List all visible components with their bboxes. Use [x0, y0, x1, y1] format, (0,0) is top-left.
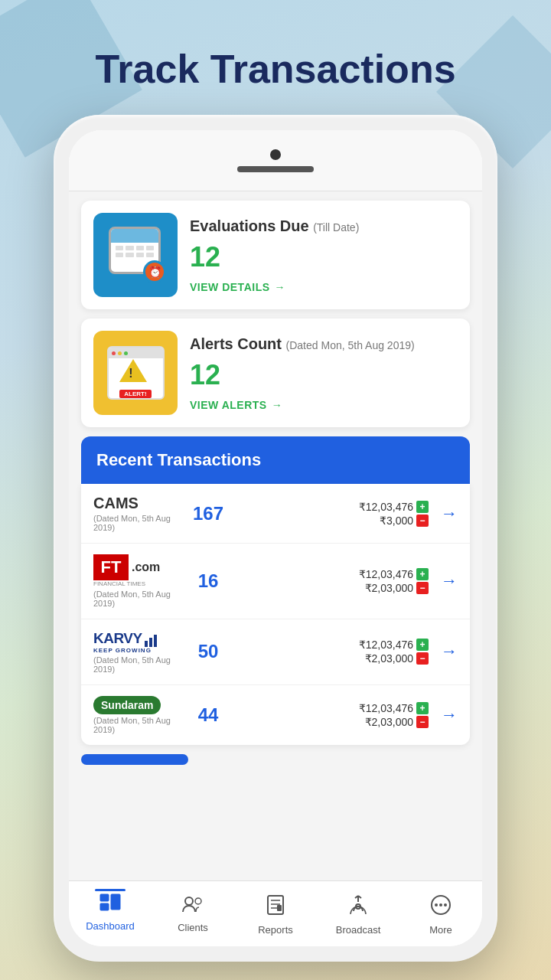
- nav-label-dashboard: Dashboard: [86, 920, 135, 932]
- speaker-bar: [237, 166, 314, 172]
- evaluations-link[interactable]: VIEW DETAILS →: [190, 281, 458, 293]
- alerts-card: ALERT! Alerts Count (Dated Mon, 5th Aug …: [81, 318, 470, 427]
- nav-item-reports[interactable]: Reports: [234, 889, 317, 936]
- txn-amounts: ₹12,03,476 + ₹2,03,000 −: [231, 637, 435, 666]
- broadcast-icon: [347, 894, 370, 921]
- nav-item-more[interactable]: More: [399, 889, 482, 936]
- dashboard-icon: [99, 893, 121, 917]
- txn-count: 50: [185, 641, 231, 662]
- nav-label-reports: Reports: [258, 924, 293, 936]
- cams-logo: CAMS (Dated Mon, 5th Aug 2019): [93, 495, 185, 532]
- table-row[interactable]: CAMS (Dated Mon, 5th Aug 2019) 167 ₹12,0…: [81, 484, 470, 544]
- nav-label-clients: Clients: [178, 922, 208, 933]
- evaluations-card: ⏰ Evaluations Due (Till Date) 12 VIEW DE…: [81, 201, 470, 309]
- txn-count: 44: [185, 704, 231, 726]
- svg-point-16: [439, 903, 442, 906]
- nav-item-clients[interactable]: Clients: [152, 889, 234, 936]
- nav-label-more: More: [429, 924, 452, 936]
- txn-amounts: ₹12,03,476 + ₹2,03,000 −: [231, 701, 435, 730]
- evaluations-count: 12: [190, 241, 458, 273]
- recent-transactions-title: Recent Transactions: [96, 450, 261, 469]
- karvy-logo: KARVY KEEP GROWING (Dated Mon, 5th Aug 2…: [93, 630, 185, 674]
- txn-amounts: ₹12,03,476 + ₹2,03,000 −: [231, 567, 435, 596]
- evaluations-content: Evaluations Due (Till Date) 12 VIEW DETA…: [190, 217, 458, 293]
- minus-icon: −: [416, 514, 429, 527]
- alerts-link[interactable]: VIEW ALERTS →: [190, 399, 458, 411]
- transaction-list: CAMS (Dated Mon, 5th Aug 2019) 167 ₹12,0…: [81, 484, 470, 745]
- table-row[interactable]: FT .com FINANCIAL TIMES (Dated Mon, 5th …: [81, 544, 470, 619]
- alerts-count: 12: [190, 359, 458, 391]
- ft-logo: FT .com FINANCIAL TIMES (Dated Mon, 5th …: [93, 554, 185, 608]
- nav-label-broadcast: Broadcast: [336, 924, 381, 936]
- svg-point-15: [435, 903, 438, 906]
- plus-icon: +: [416, 568, 429, 580]
- content-area: ⏰ Evaluations Due (Till Date) 12 VIEW DE…: [69, 191, 482, 880]
- phone-top: [69, 130, 482, 191]
- phone-screen: ⏰ Evaluations Due (Till Date) 12 VIEW DE…: [69, 130, 482, 946]
- svg-rect-0: [100, 894, 109, 901]
- svg-rect-9: [277, 905, 282, 911]
- alerts-title: Alerts Count (Dated Mon, 5th Aug 2019): [190, 335, 458, 353]
- txn-count: 16: [185, 570, 231, 592]
- svg-rect-1: [100, 903, 109, 910]
- minus-icon: −: [416, 716, 429, 728]
- reports-icon: [266, 894, 285, 921]
- svg-rect-2: [111, 894, 120, 910]
- plus-icon: +: [416, 501, 429, 513]
- table-row[interactable]: Sundaram (Dated Mon, 5th Aug 2019) 44 ₹1…: [81, 685, 470, 745]
- arrow-icon[interactable]: →: [441, 642, 458, 662]
- arrow-icon[interactable]: →: [441, 571, 458, 591]
- txn-amounts: ₹12,03,476 + ₹3,000 −: [231, 499, 435, 528]
- browser-mock: ALERT!: [107, 346, 165, 400]
- minus-icon: −: [416, 582, 429, 594]
- sundaram-logo: Sundaram (Dated Mon, 5th Aug 2019): [93, 696, 185, 734]
- arrow-icon[interactable]: →: [441, 504, 458, 524]
- evaluations-icon: ⏰: [93, 213, 178, 297]
- evaluations-title: Evaluations Due (Till Date): [190, 217, 458, 235]
- minus-icon: −: [416, 652, 429, 665]
- alerts-icon: ALERT!: [93, 331, 178, 415]
- svg-point-3: [185, 897, 193, 905]
- table-row[interactable]: KARVY KEEP GROWING (Dated Mon, 5th Aug 2…: [81, 619, 470, 685]
- plus-icon: +: [416, 639, 429, 651]
- svg-point-17: [444, 903, 447, 906]
- txn-count: 167: [185, 503, 231, 524]
- plus-icon: +: [416, 702, 429, 714]
- arrow-icon[interactable]: →: [441, 705, 458, 725]
- recent-transactions-header: Recent Transactions: [81, 436, 470, 484]
- svg-point-4: [195, 898, 201, 904]
- clients-icon: [181, 894, 204, 919]
- alerts-content: Alerts Count (Dated Mon, 5th Aug 2019) 1…: [190, 335, 458, 411]
- phone-frame: ⏰ Evaluations Due (Till Date) 12 VIEW DE…: [54, 115, 497, 962]
- bottom-nav: Dashboard Clients: [69, 880, 482, 946]
- nav-item-broadcast[interactable]: Broadcast: [317, 889, 399, 936]
- more-icon: [430, 894, 452, 921]
- page-title: Track Transactions: [0, 0, 551, 115]
- camera-dot: [270, 149, 281, 160]
- nav-item-dashboard[interactable]: Dashboard: [69, 889, 152, 936]
